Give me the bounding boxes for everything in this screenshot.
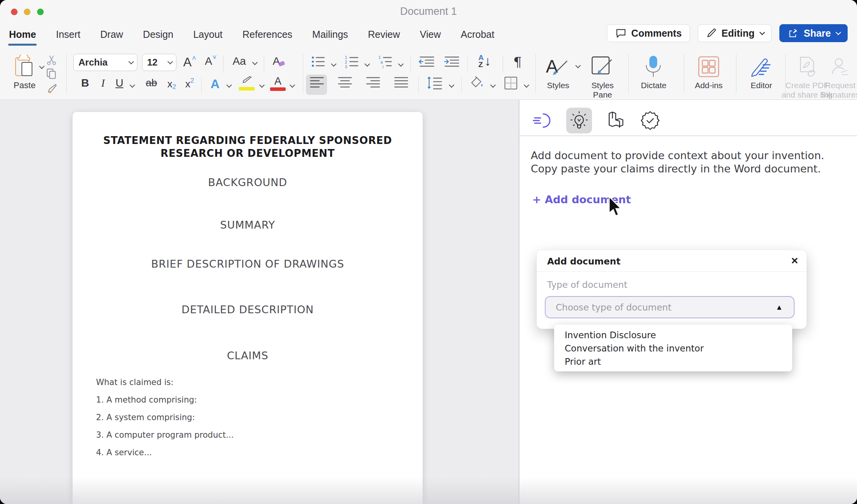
- tab-view[interactable]: View: [419, 27, 442, 46]
- add-ins-button[interactable]: [693, 54, 724, 79]
- superscript-button[interactable]: x2: [181, 77, 198, 91]
- highlight-chevron[interactable]: [259, 82, 265, 88]
- styles-label: Styles: [538, 81, 578, 90]
- chevron-down-icon: [759, 30, 765, 35]
- change-case-button[interactable]: Aa: [229, 55, 250, 67]
- paste-button[interactable]: [12, 54, 37, 78]
- tab-acrobat[interactable]: Acrobat: [460, 27, 495, 46]
- share-button[interactable]: Share: [779, 24, 848, 42]
- numbered-list-icon: 123: [344, 55, 360, 68]
- bullets-chevron[interactable]: [331, 61, 336, 67]
- svg-text:3: 3: [345, 65, 347, 68]
- multilevel-list-button[interactable]: 1ai: [375, 55, 396, 68]
- text-effects-chevron[interactable]: [226, 82, 232, 88]
- line-spacing-button[interactable]: [424, 76, 446, 89]
- align-right-button[interactable]: [364, 76, 382, 89]
- addin-home-tab[interactable]: [530, 108, 556, 133]
- borders-chevron[interactable]: [524, 82, 529, 88]
- font-color-chevron[interactable]: [290, 82, 295, 88]
- show-paragraph-marks-button[interactable]: ¶: [507, 54, 528, 70]
- document-type-dropdown[interactable]: Choose type of document ▲: [545, 296, 795, 318]
- underline-button[interactable]: U: [112, 77, 127, 89]
- change-case-chevron[interactable]: [252, 60, 258, 65]
- styles-pane-label-line1: Styles: [582, 81, 623, 90]
- grow-font-button[interactable]: A˄: [180, 55, 199, 69]
- italic-button[interactable]: I: [95, 77, 111, 89]
- tab-home[interactable]: Home: [8, 27, 37, 46]
- dropdown-placeholder: Choose type of document: [556, 302, 671, 312]
- indent-icon: [444, 55, 460, 68]
- subscript-button[interactable]: x2: [163, 77, 180, 91]
- shading-button[interactable]: [467, 76, 488, 89]
- styles-pane-button[interactable]: [588, 54, 617, 79]
- option-invention-disclosure[interactable]: Invention Disclosure: [554, 328, 792, 342]
- styles-chevron[interactable]: [575, 63, 581, 68]
- font-color-button[interactable]: A: [268, 76, 287, 91]
- editor-button[interactable]: [745, 54, 778, 79]
- close-icon[interactable]: ×: [791, 254, 798, 267]
- decrease-indent-button[interactable]: [416, 55, 438, 68]
- bulleted-list-icon: [311, 55, 326, 68]
- align-center-button[interactable]: [336, 76, 354, 89]
- addin-blocks-tab[interactable]: [602, 108, 628, 133]
- comments-button[interactable]: Comments: [607, 24, 690, 42]
- signature-person-icon: [830, 56, 850, 77]
- shrink-font-button[interactable]: A˅: [201, 55, 220, 67]
- cut-button[interactable]: [44, 53, 59, 67]
- line-spacing-chevron[interactable]: [449, 82, 454, 88]
- divider: [736, 54, 736, 93]
- request-signatures-button[interactable]: [827, 55, 854, 78]
- tab-layout[interactable]: Layout: [192, 27, 223, 46]
- shading-chevron[interactable]: [490, 82, 496, 88]
- paint-bucket-icon: [470, 76, 485, 89]
- highlight-button[interactable]: [236, 76, 257, 91]
- highlight-color-swatch: [239, 87, 254, 91]
- font-size-combobox[interactable]: 12: [142, 54, 176, 71]
- bold-button[interactable]: B: [76, 77, 94, 89]
- create-pdf-button[interactable]: [791, 55, 823, 78]
- dictate-button[interactable]: [638, 53, 668, 80]
- chevron-down-icon: [836, 30, 841, 35]
- format-painter-button[interactable]: [44, 82, 59, 96]
- tab-insert[interactable]: Insert: [55, 27, 81, 46]
- document-page[interactable]: STATEMENT REGARDING FEDERALLY SPONSORED …: [73, 112, 423, 504]
- numbering-chevron[interactable]: [364, 61, 370, 67]
- document-title: Document 1: [0, 5, 857, 18]
- top-actions: Comments Editing Share: [607, 24, 848, 42]
- option-prior-art[interactable]: Prior art: [554, 355, 792, 368]
- highlighter-icon: [240, 76, 253, 86]
- pdf-link-icon: [797, 56, 818, 78]
- divider: [628, 54, 629, 93]
- clear-formatting-button[interactable]: A: [269, 55, 290, 67]
- addin-ideas-tab[interactable]: [566, 108, 592, 133]
- justify-button[interactable]: [393, 76, 410, 89]
- font-name-combobox[interactable]: Archia: [73, 54, 137, 71]
- addin-quality-tab[interactable]: [637, 108, 663, 133]
- tab-references[interactable]: References: [242, 27, 293, 46]
- text-effects-button[interactable]: A: [206, 77, 224, 91]
- editing-mode-button[interactable]: Editing: [698, 24, 772, 42]
- multilevel-chevron[interactable]: [398, 61, 404, 67]
- dropdown-arrow-up-icon: ▲: [775, 303, 783, 312]
- claims-intro: What is claimed is:: [96, 378, 174, 387]
- borders-button[interactable]: [500, 76, 521, 90]
- request-signatures-label-line1: Request: [815, 81, 857, 90]
- tab-review[interactable]: Review: [367, 27, 401, 46]
- copy-button[interactable]: [44, 67, 59, 81]
- tab-design[interactable]: Design: [142, 27, 174, 46]
- numbering-button[interactable]: 123: [342, 55, 362, 68]
- styles-button[interactable]: A: [543, 54, 573, 79]
- tab-mailings[interactable]: Mailings: [311, 27, 349, 46]
- strikethrough-button[interactable]: ab: [141, 77, 162, 89]
- bullets-button[interactable]: [308, 55, 329, 68]
- option-conversation-inventor[interactable]: Conversation with the inventor: [554, 342, 792, 355]
- align-left-button[interactable]: [308, 76, 325, 89]
- tab-draw[interactable]: Draw: [100, 27, 124, 46]
- line-spacing-icon: [427, 76, 443, 89]
- increase-indent-button[interactable]: [441, 55, 463, 68]
- chevron-down-icon: [128, 59, 134, 64]
- underline-chevron[interactable]: [130, 82, 135, 88]
- section-heading-background: BACKGROUND: [73, 176, 423, 188]
- styles-icon: A: [545, 55, 571, 78]
- sort-button[interactable]: AZ ↓: [473, 53, 496, 69]
